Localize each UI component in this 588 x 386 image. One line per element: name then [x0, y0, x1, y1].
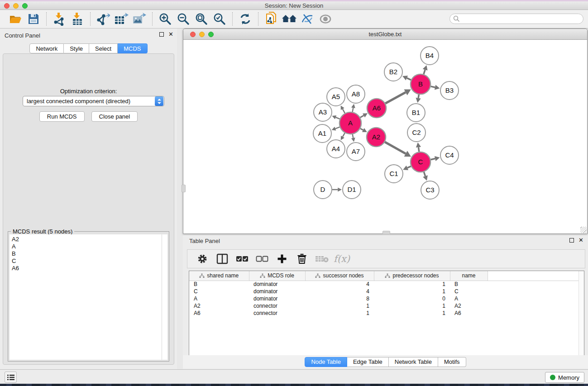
search-input[interactable] — [460, 15, 583, 23]
edge-B-B1[interactable] — [418, 95, 419, 98]
network-window-titlebar[interactable]: testGlobe.txt — [183, 29, 587, 40]
table-row[interactable]: A2connector11A2 — [189, 302, 584, 310]
zoom-out-icon[interactable] — [174, 11, 192, 27]
import-network-icon[interactable] — [50, 11, 68, 27]
cell[interactable]: A2 — [450, 302, 488, 310]
float-panel-icon[interactable] — [159, 32, 164, 37]
edge-A2-C[interactable] — [385, 142, 406, 154]
edge-A-A7[interactable] — [353, 134, 354, 138]
column-header-shared-name[interactable]: shared name — [189, 271, 249, 281]
optimization-criterion-select[interactable]: largest connected component (directed) — [23, 96, 164, 106]
cell[interactable]: 1 — [374, 310, 450, 317]
tab-style[interactable]: Style — [64, 43, 89, 53]
close-panel-icon[interactable]: ✕ — [168, 32, 173, 37]
edge-A-A5[interactable] — [343, 109, 345, 113]
table-scrollbar[interactable] — [578, 271, 584, 356]
tab-select[interactable]: Select — [89, 43, 118, 53]
edge-A-A6[interactable] — [360, 115, 364, 117]
tab-network[interactable]: Network — [29, 43, 64, 53]
save-session-icon[interactable] — [24, 11, 43, 27]
columns-icon[interactable] — [215, 252, 230, 266]
close-table-panel-icon[interactable]: ✕ — [578, 238, 583, 243]
export-image-icon[interactable] — [130, 11, 148, 27]
import-table-icon[interactable] — [68, 11, 86, 27]
zoom-in-icon[interactable] — [156, 11, 174, 27]
result-item[interactable]: A2 — [12, 236, 162, 243]
cell[interactable]: connector — [249, 302, 305, 310]
task-history-button[interactable] — [5, 372, 17, 383]
cell[interactable]: 1 — [374, 288, 450, 295]
zoom-fit-icon[interactable] — [192, 11, 210, 27]
cell[interactable]: A — [189, 295, 249, 302]
cell[interactable]: 4 — [305, 281, 374, 288]
cell[interactable]: A6 — [189, 310, 249, 317]
home-icon[interactable] — [280, 11, 298, 27]
cell[interactable]: 4 — [305, 288, 374, 295]
table-row[interactable]: Cdominator41C — [189, 288, 584, 295]
edge-A-A8[interactable] — [353, 108, 354, 112]
zoom-selected-icon[interactable] — [210, 11, 229, 27]
table-row[interactable]: Bdominator41B — [189, 281, 584, 288]
cell[interactable]: 1 — [374, 281, 450, 288]
cell[interactable]: dominator — [249, 288, 305, 295]
cell[interactable]: 1 — [305, 310, 374, 317]
close-panel-button[interactable]: Close panel — [91, 111, 138, 122]
cell[interactable]: dominator — [249, 281, 305, 288]
column-header-predecessor-nodes[interactable]: predecessor nodes — [374, 271, 450, 281]
tab-mcds[interactable]: MCDS — [118, 43, 147, 53]
tab-edge-table[interactable]: Edge Table — [347, 357, 389, 367]
table-row[interactable]: Adominator80A — [189, 295, 584, 302]
cell[interactable]: 8 — [305, 295, 374, 302]
edge-C-C1[interactable] — [407, 166, 411, 168]
refresh-icon[interactable] — [236, 11, 254, 27]
export-table-icon[interactable] — [112, 11, 130, 27]
edge-B-B2[interactable] — [407, 78, 411, 80]
tab-network-table[interactable]: Network Table — [389, 357, 438, 367]
hide-panels-icon[interactable] — [298, 11, 316, 27]
vertical-scroll-thumb[interactable] — [182, 185, 186, 192]
horizontal-scroll-thumb[interactable] — [382, 231, 390, 234]
column-header-successor-nodes[interactable]: successor nodes — [305, 271, 374, 281]
deselect-all-icon[interactable] — [254, 252, 270, 266]
cell[interactable]: 0 — [374, 295, 450, 302]
tab-node-table[interactable]: Node Table — [305, 357, 347, 367]
add-row-icon[interactable] — [274, 252, 290, 266]
column-header-MCDS-role[interactable]: MCDS role — [249, 271, 305, 281]
clone-network-icon[interactable] — [262, 11, 280, 27]
cell[interactable]: A2 — [189, 302, 249, 310]
float-table-panel-icon[interactable] — [569, 238, 574, 243]
result-item[interactable]: A — [12, 243, 162, 250]
edge-A-A3[interactable] — [336, 117, 340, 119]
result-item[interactable]: C — [12, 257, 162, 265]
cell[interactable]: C — [189, 288, 249, 295]
edge-A-A2[interactable] — [360, 129, 363, 130]
open-file-icon[interactable] — [6, 11, 24, 27]
edge-A6-B[interactable] — [385, 92, 406, 103]
edge-A-A4[interactable] — [343, 133, 345, 137]
edge-A-A1[interactable] — [335, 127, 340, 129]
cell[interactable]: C — [450, 288, 488, 295]
edge-B-B3[interactable] — [430, 86, 435, 87]
edge-C-C4[interactable] — [430, 158, 435, 159]
window-resize-grip[interactable] — [580, 227, 587, 233]
result-item[interactable]: B — [12, 250, 162, 257]
cell[interactable]: A — [450, 295, 488, 302]
table-row[interactable]: A6connector11A6 — [189, 310, 584, 317]
cell[interactable]: 1 — [374, 302, 450, 310]
cell[interactable]: B — [189, 281, 249, 288]
result-scrollbar[interactable] — [162, 234, 167, 360]
edge-B-B4[interactable] — [424, 70, 425, 74]
tab-motifs[interactable]: Motifs — [438, 357, 466, 367]
cell[interactable]: 1 — [305, 302, 374, 310]
delete-row-icon[interactable] — [294, 252, 310, 266]
mcds-result-list[interactable]: A2ABCA6 — [10, 234, 162, 360]
edge-C-C3[interactable] — [424, 172, 425, 176]
cell[interactable]: connector — [249, 310, 305, 317]
show-details-icon[interactable] — [316, 11, 335, 27]
result-item[interactable]: A6 — [12, 265, 162, 272]
export-network-icon[interactable] — [94, 11, 112, 27]
cell[interactable]: A6 — [450, 310, 488, 317]
memory-button[interactable]: Memory — [545, 372, 584, 383]
run-mcds-button[interactable]: Run MCDS — [39, 111, 85, 122]
select-all-icon[interactable] — [234, 252, 250, 266]
